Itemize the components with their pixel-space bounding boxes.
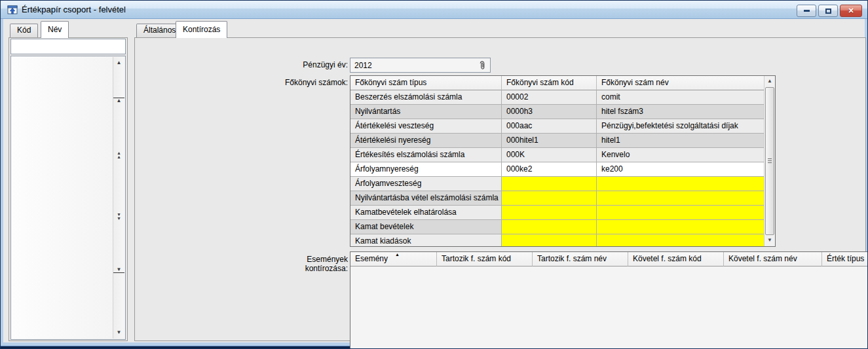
scroll-down-icon[interactable]: ▼ — [113, 331, 124, 335]
ledger-row[interactable]: Átértékelési veszteség 000aac Pénzügyi,b… — [350, 119, 764, 134]
tab-kontirozas-label: Kontírozás — [183, 25, 220, 34]
ledger-cell-code[interactable]: 00002 — [502, 90, 597, 105]
tab-kod-label: Kód — [17, 26, 31, 35]
tab-altalanos-label: Általános — [143, 26, 176, 35]
ledger-row[interactable]: Kamatbevételek elhatárolása — [350, 206, 764, 220]
events-header-ertek-tipus[interactable]: Érték típus — [822, 252, 868, 266]
ledger-row[interactable]: Nyilvántartás 0000h3 hitel fszám3 — [350, 105, 764, 119]
ledger-cell-code[interactable] — [502, 177, 597, 191]
scroll-last-icon[interactable]: ▼ — [113, 268, 124, 273]
ledger-cell-type[interactable]: Átértékelési nyereség — [350, 134, 502, 148]
application-window: Értékpapír csoport - felvétel ✕ Kód Név … — [0, 0, 868, 349]
minimize-icon — [804, 10, 810, 12]
ledger-cell-name[interactable]: ke200 — [597, 162, 764, 177]
ledger-scroll-thumb[interactable] — [765, 87, 774, 235]
ledger-cell-code[interactable]: 0000h3 — [502, 105, 597, 119]
main-panel: Általános Kontírozás Pénzügyi év: 2012 F… — [132, 20, 862, 341]
fiscal-year-label: Pénzügyi év: — [263, 60, 348, 69]
ledger-cell-type[interactable]: Nyilvántartásba vétel elszámolási számla — [350, 191, 502, 206]
fiscal-year-value: 2012 — [354, 61, 478, 70]
ledger-row[interactable]: Kamat bevételek — [350, 220, 764, 234]
ledger-cell-name[interactable] — [597, 220, 764, 234]
ledger-cell-type[interactable]: Nyilvántartás — [350, 105, 502, 119]
window-title: Értékpapír csoport - felvétel — [22, 5, 126, 14]
ledger-cell-type[interactable]: Átértékelési veszteség — [350, 119, 502, 134]
restore-button[interactable] — [818, 5, 838, 17]
events-posting-grid: Esemény ▲ Tartozik f. szám kód Tartozik … — [350, 251, 868, 349]
ledger-cell-type[interactable]: Kamat bevételek — [350, 220, 502, 234]
ledger-header-code[interactable]: Főkönyvi szám kód — [502, 76, 597, 90]
name-filter-input[interactable] — [10, 39, 126, 54]
ledger-cell-type[interactable]: Árfolyamnyereség — [350, 162, 502, 177]
ledger-cell-type[interactable]: Árfolyamveszteség — [350, 177, 502, 191]
client-area: Kód Név ▲ ▲ ▴▴ ▾▾ ▼ ▼ Általános — [3, 19, 865, 342]
restore-icon — [825, 9, 831, 14]
close-button[interactable]: ✕ — [840, 5, 862, 17]
tab-nev[interactable]: Név — [41, 21, 69, 38]
ledger-cell-code[interactable]: 000K — [502, 148, 597, 162]
ledger-cell-code[interactable] — [502, 191, 597, 206]
ledger-cell-code[interactable] — [502, 220, 597, 234]
tab-kontirozas[interactable]: Kontírozás — [176, 21, 227, 38]
events-header-tartozik-kod[interactable]: Tartozik f. szám kód — [437, 252, 533, 266]
ledger-scrollbar[interactable]: ▲ ▼ — [764, 76, 775, 246]
ledger-cell-name[interactable]: comit — [597, 90, 764, 105]
ledger-body: Beszerzés elszámolási számla 00002 comit… — [350, 90, 764, 246]
tab-kod[interactable]: Kód — [10, 24, 38, 37]
ledger-scroll-down-icon[interactable]: ▼ — [764, 236, 775, 246]
ledger-row[interactable]: Kamat kiadások — [350, 234, 764, 246]
form-upload-icon — [7, 5, 18, 15]
sort-asc-icon: ▲ — [395, 252, 400, 257]
ledger-accounts-label: Főkönyvi számok: — [263, 78, 348, 87]
ledger-cell-code[interactable] — [502, 234, 597, 246]
events-header-tartozik-nev[interactable]: Tartozik f. szám név — [533, 252, 628, 266]
ledger-cell-code[interactable]: 000aac — [502, 119, 597, 134]
ledger-cell-code[interactable]: 000ke2 — [502, 162, 597, 177]
ledger-cell-type[interactable]: Beszerzés elszámolási számla — [350, 90, 502, 105]
events-posting-label: Események kontírozása: — [263, 255, 348, 273]
ledger-header-name[interactable]: Főkönyvi szám név — [597, 76, 764, 90]
ledger-row[interactable]: Átértékelési nyereség 000hitel1 hitel1 — [350, 134, 764, 148]
ledger-cell-name[interactable] — [597, 177, 764, 191]
ledger-scroll-up-icon[interactable]: ▲ — [764, 77, 775, 86]
scroll-page-up-icon[interactable]: ▴▴ — [113, 151, 124, 159]
list-scrollbar[interactable]: ▲ ▲ ▴▴ ▾▾ ▼ ▼ — [113, 57, 124, 339]
events-header-row: Esemény ▲ Tartozik f. szám kód Tartozik … — [350, 252, 868, 266]
left-panel: Kód Név ▲ ▲ ▴▴ ▾▾ ▼ ▼ — [6, 20, 129, 341]
ledger-cell-name[interactable] — [597, 206, 764, 220]
minimize-button[interactable] — [797, 5, 816, 17]
ledger-cell-type[interactable]: Kamatbevételek elhatárolása — [350, 206, 502, 220]
ledger-row[interactable]: Értékesítés elszámolási számla 000K Kenv… — [350, 148, 764, 162]
ledger-cell-type[interactable]: Kamat kiadások — [350, 234, 502, 246]
tab-nev-label: Név — [48, 25, 62, 34]
ledger-cell-name[interactable]: hitel1 — [597, 134, 764, 148]
ledger-cell-name[interactable]: Kenvelo — [597, 148, 764, 162]
ledger-cell-code[interactable] — [502, 206, 597, 220]
ledger-cell-code[interactable]: 000hitel1 — [502, 134, 597, 148]
ledger-accounts-grid: Főkönyvi szám típus Főkönyvi szám kód Fő… — [350, 75, 776, 247]
events-header-kovetel-nev[interactable]: Követel f. szám név — [724, 252, 822, 266]
events-body-empty[interactable] — [350, 266, 868, 349]
ledger-cell-name[interactable]: Pénzügyi,befektetési szolgáltatási díjak — [597, 119, 764, 134]
scroll-page-down-icon[interactable]: ▾▾ — [113, 213, 124, 221]
ledger-row[interactable]: Árfolyamnyereség 000ke2 ke200 — [350, 162, 764, 177]
ledger-header-type[interactable]: Főkönyvi szám típus — [350, 76, 502, 90]
ledger-cell-name[interactable] — [597, 191, 764, 206]
title-bar[interactable]: Értékpapír csoport - felvétel ✕ — [1, 1, 867, 19]
scroll-first-icon[interactable]: ▲ — [113, 98, 124, 103]
ledger-row[interactable]: Beszerzés elszámolási számla 00002 comit — [350, 90, 764, 105]
fiscal-year-input[interactable]: 2012 — [350, 58, 491, 73]
ledger-row[interactable]: Nyilvántartásba vétel elszámolási számla — [350, 191, 764, 206]
ledger-cell-name[interactable]: hitel fszám3 — [597, 105, 764, 119]
events-header-kovetel-kod[interactable]: Követel f. szám kód — [628, 252, 724, 266]
close-icon: ✕ — [848, 7, 854, 15]
ledger-cell-name[interactable] — [597, 234, 764, 246]
ledger-row[interactable]: Árfolyamveszteség — [350, 177, 764, 191]
events-header-esemeny[interactable]: Esemény ▲ — [350, 252, 437, 266]
ledger-header-row: Főkönyvi szám típus Főkönyvi szám kód Fő… — [350, 76, 764, 90]
paperclip-icon[interactable] — [478, 60, 486, 71]
events-header-esemeny-label: Esemény — [355, 254, 388, 263]
ledger-cell-type[interactable]: Értékesítés elszámolási számla — [350, 148, 502, 162]
securities-group-list[interactable]: ▲ ▲ ▴▴ ▾▾ ▼ ▼ — [10, 56, 126, 340]
scroll-up-icon[interactable]: ▲ — [113, 61, 124, 65]
